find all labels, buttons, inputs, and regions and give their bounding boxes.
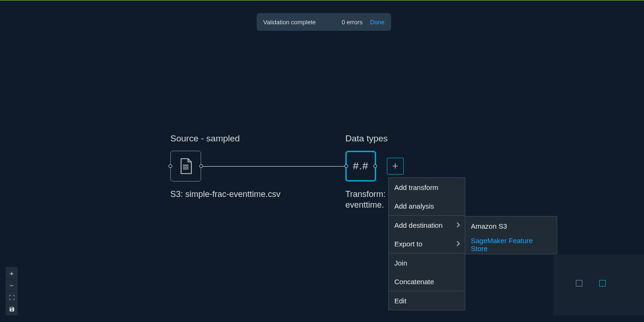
- destination-submenu: Amazon S3 SageMaker Feature Store: [465, 216, 557, 254]
- submenu-sagemaker-feature-store[interactable]: SageMaker Feature Store: [465, 235, 557, 254]
- menu-label: Edit: [394, 297, 406, 305]
- source-port-in[interactable]: [168, 164, 172, 168]
- menu-label: Add analysis: [394, 202, 434, 210]
- submenu-label: SageMaker Feature Store: [471, 237, 551, 252]
- datatypes-subtitle-line2: eventtime.: [345, 200, 384, 210]
- datatypes-port-in[interactable]: [344, 164, 348, 168]
- menu-add-destination[interactable]: Add destination: [389, 216, 465, 234]
- datatypes-glyph: #.#: [353, 160, 369, 172]
- menu-join[interactable]: Join: [389, 253, 465, 272]
- source-node-title: Source - sampled: [170, 133, 240, 144]
- source-node-subtitle: S3: simple-frac-eventtime.csv: [170, 189, 280, 200]
- datatypes-node-title: Data types: [345, 133, 388, 144]
- menu-label: Join: [394, 259, 407, 267]
- plus-icon: +: [392, 160, 399, 172]
- fullscreen-icon: ⛶: [9, 294, 14, 301]
- view-toolbar: + − ⛶: [6, 267, 18, 315]
- menu-label: Add destination: [394, 221, 442, 229]
- save-icon: [9, 306, 15, 314]
- context-menu: Add transform Add analysis Add destinati…: [388, 177, 465, 310]
- plus-icon: +: [10, 269, 14, 277]
- menu-label: Concatenate: [394, 278, 434, 286]
- submenu-label: Amazon S3: [471, 222, 507, 230]
- zoom-in-button[interactable]: +: [6, 267, 18, 279]
- minimap-source-node: [576, 280, 582, 287]
- datatypes-subtitle-line1: Transform:: [345, 189, 385, 199]
- menu-edit[interactable]: Edit: [389, 291, 465, 310]
- source-node[interactable]: [170, 151, 201, 182]
- menu-concatenate[interactable]: Concatenate: [389, 272, 465, 291]
- minimap[interactable]: [553, 255, 644, 315]
- chevron-right-icon: [455, 222, 460, 227]
- document-icon: [179, 158, 192, 174]
- menu-label: Export to: [394, 240, 422, 248]
- zoom-out-button[interactable]: −: [6, 279, 18, 291]
- minus-icon: −: [10, 281, 14, 289]
- chevron-right-icon: [455, 241, 460, 246]
- datatypes-node-subtitle: Transform: eventtime.: [345, 189, 388, 211]
- menu-export-to[interactable]: Export to: [389, 234, 465, 253]
- submenu-amazon-s3[interactable]: Amazon S3: [465, 217, 557, 235]
- minimap-datatypes-node: [599, 280, 606, 287]
- add-node-button[interactable]: +: [387, 158, 404, 175]
- edge-source-to-datatypes: [203, 166, 344, 167]
- save-button[interactable]: [6, 303, 18, 315]
- menu-add-analysis[interactable]: Add analysis: [389, 196, 465, 215]
- flow-canvas[interactable]: Source - sampled S3: simple-frac-eventti…: [0, 0, 644, 322]
- menu-add-transform[interactable]: Add transform: [389, 178, 465, 196]
- menu-label: Add transform: [394, 183, 438, 191]
- fullscreen-button[interactable]: ⛶: [6, 291, 18, 303]
- datatypes-node[interactable]: #.#: [345, 151, 376, 182]
- datatypes-port-out[interactable]: [373, 164, 377, 168]
